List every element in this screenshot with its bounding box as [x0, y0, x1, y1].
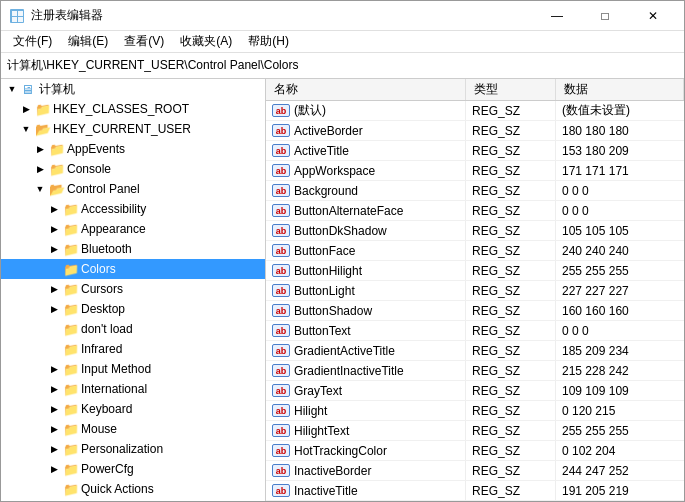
cell-name: abButtonHilight — [266, 261, 466, 280]
tree-item-appearance[interactable]: ▶ 📁 Appearance — [1, 219, 265, 239]
reg-icon: ab — [272, 304, 290, 317]
expand-icon[interactable]: ▶ — [47, 422, 61, 436]
table-row[interactable]: abGradientInactiveTitleREG_SZ215 228 242 — [266, 361, 684, 381]
expand-icon[interactable]: ▼ — [33, 182, 47, 196]
menu-view[interactable]: 查看(V) — [116, 31, 172, 52]
folder-icon: 📁 — [63, 441, 79, 457]
tree-item-international[interactable]: ▶ 📁 International — [1, 379, 265, 399]
tree-item-computer[interactable]: ▼ 🖥 计算机 — [1, 79, 265, 99]
svg-rect-3 — [12, 17, 17, 22]
tree-item-appevents[interactable]: ▶ 📁 AppEvents — [1, 139, 265, 159]
expand-icon[interactable]: ▼ — [19, 122, 33, 136]
expand-icon[interactable]: ▶ — [47, 462, 61, 476]
minimize-button[interactable]: — — [534, 1, 580, 31]
menu-file[interactable]: 文件(F) — [5, 31, 60, 52]
tree-item-hkcu[interactable]: ▼ 📂 HKEY_CURRENT_USER — [1, 119, 265, 139]
tree-label: Infrared — [81, 342, 122, 356]
menu-edit[interactable]: 编辑(E) — [60, 31, 116, 52]
close-button[interactable]: ✕ — [630, 1, 676, 31]
table-row[interactable]: abButtonLightREG_SZ227 227 227 — [266, 281, 684, 301]
cell-name-text: ButtonText — [294, 324, 351, 338]
reg-icon: ab — [272, 124, 290, 137]
menu-help[interactable]: 帮助(H) — [240, 31, 297, 52]
expand-icon[interactable]: ▶ — [47, 442, 61, 456]
cell-type: REG_SZ — [466, 441, 556, 460]
table-row[interactable]: abInactiveTitleREG_SZ191 205 219 — [266, 481, 684, 501]
tree-item-colors[interactable]: ▶ 📁 Colors — [1, 259, 265, 279]
column-header-type: 类型 — [466, 79, 556, 100]
folder-icon: 📁 — [35, 101, 51, 117]
tree-item-controlpanel[interactable]: ▼ 📂 Control Panel — [1, 179, 265, 199]
tree-pane[interactable]: ▼ 🖥 计算机 ▶ 📁 HKEY_CLASSES_ROOT ▼ 📂 HKEY_C… — [1, 79, 266, 501]
cell-name-text: ActiveTitle — [294, 144, 349, 158]
cell-data: 255 255 255 — [556, 261, 684, 280]
svg-rect-2 — [18, 11, 23, 16]
tree-item-personalization[interactable]: ▶ 📁 Personalization — [1, 439, 265, 459]
expand-icon[interactable]: ▶ — [47, 402, 61, 416]
folder-icon: 📁 — [49, 141, 65, 157]
tree-item-desktop[interactable]: ▶ 📁 Desktop — [1, 299, 265, 319]
table-row[interactable]: abActiveTitleREG_SZ153 180 209 — [266, 141, 684, 161]
tree-item-keyboard[interactable]: ▶ 📁 Keyboard — [1, 399, 265, 419]
tree-item-sound[interactable]: ▶ 📁 Sound — [1, 499, 265, 501]
menu-bar: 文件(F) 编辑(E) 查看(V) 收藏夹(A) 帮助(H) — [1, 31, 684, 53]
cell-name-text: GrayText — [294, 384, 342, 398]
tree-label: 计算机 — [39, 81, 75, 98]
expand-icon[interactable]: ▶ — [19, 102, 33, 116]
tree-item-infrared[interactable]: ▶ 📁 Infrared — [1, 339, 265, 359]
reg-icon: ab — [272, 104, 290, 117]
tree-item-cursors[interactable]: ▶ 📁 Cursors — [1, 279, 265, 299]
table-row[interactable]: abButtonFaceREG_SZ240 240 240 — [266, 241, 684, 261]
tree-item-powercfg[interactable]: ▶ 📁 PowerCfg — [1, 459, 265, 479]
expand-icon[interactable]: ▶ — [47, 282, 61, 296]
table-row[interactable]: abBackgroundREG_SZ0 0 0 — [266, 181, 684, 201]
tree-label: Control Panel — [67, 182, 140, 196]
expand-icon[interactable]: ▶ — [47, 222, 61, 236]
tree-item-quickactions[interactable]: ▶ 📁 Quick Actions — [1, 479, 265, 499]
menu-favorites[interactable]: 收藏夹(A) — [172, 31, 240, 52]
tree-label: Personalization — [81, 442, 163, 456]
cell-data: 109 109 109 — [556, 381, 684, 400]
table-row[interactable]: abButtonTextREG_SZ0 0 0 — [266, 321, 684, 341]
tree-label: Colors — [81, 262, 116, 276]
table-row[interactable]: abGradientActiveTitleREG_SZ185 209 234 — [266, 341, 684, 361]
table-row[interactable]: abGrayTextREG_SZ109 109 109 — [266, 381, 684, 401]
cell-name: abHotTrackingColor — [266, 441, 466, 460]
folder-icon: 📁 — [63, 221, 79, 237]
table-body[interactable]: ab(默认)REG_SZ(数值未设置)abActiveBorderREG_SZ1… — [266, 101, 684, 501]
cell-name: abGradientActiveTitle — [266, 341, 466, 360]
tree-item-mouse[interactable]: ▶ 📁 Mouse — [1, 419, 265, 439]
maximize-button[interactable]: □ — [582, 1, 628, 31]
tree-item-hkcc[interactable]: ▶ 📁 HKEY_CLASSES_ROOT — [1, 99, 265, 119]
expand-icon[interactable]: ▶ — [47, 202, 61, 216]
table-row[interactable]: abHilightTextREG_SZ255 255 255 — [266, 421, 684, 441]
expand-icon[interactable]: ▼ — [5, 82, 19, 96]
table-row[interactable]: abAppWorkspaceREG_SZ171 171 171 — [266, 161, 684, 181]
expand-icon[interactable]: ▶ — [47, 302, 61, 316]
table-row[interactable]: ab(默认)REG_SZ(数值未设置) — [266, 101, 684, 121]
table-row[interactable]: abHotTrackingColorREG_SZ0 102 204 — [266, 441, 684, 461]
expand-icon[interactable]: ▶ — [47, 362, 61, 376]
reg-icon: ab — [272, 264, 290, 277]
table-row[interactable]: abHilightREG_SZ0 120 215 — [266, 401, 684, 421]
cell-type: REG_SZ — [466, 341, 556, 360]
expand-icon[interactable]: ▶ — [33, 162, 47, 176]
computer-icon: 🖥 — [21, 81, 37, 97]
tree-item-inputmethod[interactable]: ▶ 📁 Input Method — [1, 359, 265, 379]
table-row[interactable]: abButtonHilightREG_SZ255 255 255 — [266, 261, 684, 281]
table-row[interactable]: abInactiveBorderREG_SZ244 247 252 — [266, 461, 684, 481]
cell-data: 185 209 234 — [556, 341, 684, 360]
table-row[interactable]: abButtonDkShadowREG_SZ105 105 105 — [266, 221, 684, 241]
tree-item-accessibility[interactable]: ▶ 📁 Accessibility — [1, 199, 265, 219]
expand-icon[interactable]: ▶ — [47, 242, 61, 256]
tree-item-console[interactable]: ▶ 📁 Console — [1, 159, 265, 179]
expand-icon[interactable]: ▶ — [33, 142, 47, 156]
tree-item-bluetooth[interactable]: ▶ 📁 Bluetooth — [1, 239, 265, 259]
table-row[interactable]: abButtonAlternateFaceREG_SZ0 0 0 — [266, 201, 684, 221]
cell-name: abButtonDkShadow — [266, 221, 466, 240]
expand-icon[interactable]: ▶ — [47, 382, 61, 396]
table-row[interactable]: abActiveBorderREG_SZ180 180 180 — [266, 121, 684, 141]
tree-item-dontload[interactable]: ▶ 📁 don't load — [1, 319, 265, 339]
table-row[interactable]: abButtonShadowREG_SZ160 160 160 — [266, 301, 684, 321]
cell-name: abButtonFace — [266, 241, 466, 260]
